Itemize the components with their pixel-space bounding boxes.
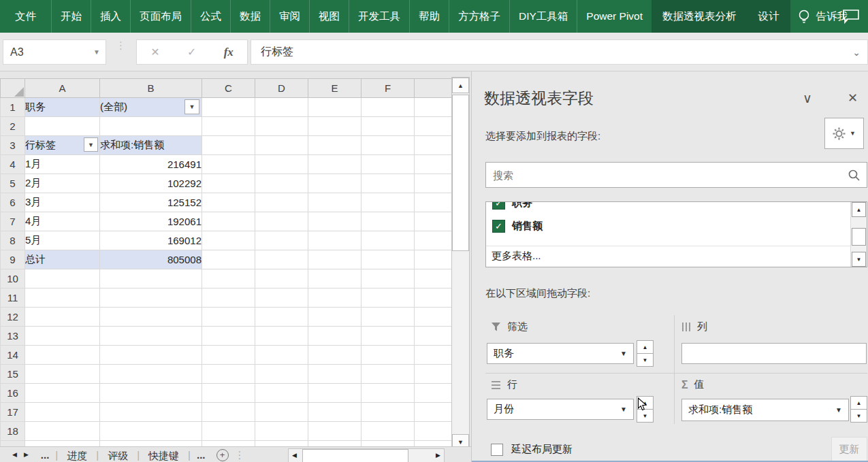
vertical-scrollbar-thumb[interactable] <box>452 95 469 251</box>
cell-empty[interactable] <box>361 193 415 212</box>
cell-empty[interactable] <box>202 422 255 441</box>
cell-empty[interactable] <box>361 422 415 441</box>
cell-A15[interactable] <box>25 365 100 384</box>
row-header-12[interactable]: 12 <box>1 308 25 327</box>
report-filter-dropdown-icon[interactable]: ▼ <box>184 99 199 114</box>
cell-A17[interactable] <box>25 403 100 422</box>
cell-empty[interactable] <box>202 231 255 250</box>
cell-empty[interactable] <box>308 346 361 365</box>
insert-function-icon[interactable]: fx <box>224 46 234 59</box>
cell-empty[interactable] <box>415 288 453 308</box>
cell-empty[interactable] <box>308 231 361 250</box>
ribbon-tab-3[interactable]: 公式 <box>191 0 230 33</box>
ribbon-tab-9[interactable]: 方方格子 <box>449 0 509 33</box>
filters-field-职务[interactable]: 职务 ▼ <box>487 343 634 364</box>
cell-empty[interactable] <box>415 136 453 155</box>
dropdown-icon[interactable]: ▼ <box>835 406 842 414</box>
row-header-8[interactable]: 8 <box>1 231 25 250</box>
row-header-17[interactable]: 17 <box>1 403 25 422</box>
ribbon-tab-2[interactable]: 页面布局 <box>130 0 191 33</box>
cell-empty[interactable] <box>255 288 308 308</box>
field-item-0[interactable]: ✓职务 <box>486 201 850 214</box>
cell-empty[interactable] <box>308 250 361 269</box>
hscroll-left-icon[interactable]: ◀ <box>292 452 297 459</box>
ribbon-tab-1[interactable]: 插入 <box>91 0 130 33</box>
cell-empty[interactable] <box>361 269 415 288</box>
cell-empty[interactable] <box>415 422 453 441</box>
cell-empty[interactable] <box>361 98 415 117</box>
cell-empty[interactable] <box>415 174 453 193</box>
cell-empty[interactable] <box>415 231 453 250</box>
name-box[interactable]: A3 ▼ <box>3 39 106 65</box>
cell-A6[interactable]: 3月 <box>25 193 100 212</box>
formula-bar-expand-icon[interactable]: ⌄ <box>852 47 861 58</box>
sheet-overflow-left[interactable]: ... <box>35 449 55 461</box>
cell-empty[interactable] <box>415 193 453 212</box>
column-header-D[interactable]: D <box>255 79 308 98</box>
cell-A10[interactable] <box>25 269 100 288</box>
cell-empty[interactable] <box>361 441 415 447</box>
cell-empty[interactable] <box>308 327 361 346</box>
sheet-tab-0[interactable]: 进度 <box>59 449 95 462</box>
cell-empty[interactable] <box>308 403 361 422</box>
cell-empty[interactable] <box>202 327 255 346</box>
cell-A19[interactable] <box>25 441 100 447</box>
cell-empty[interactable] <box>308 269 361 288</box>
cell-empty[interactable] <box>202 346 255 365</box>
cell-empty[interactable] <box>202 308 255 327</box>
field-scroll-up-icon[interactable]: ▲ <box>852 202 866 217</box>
ribbon-tab-0[interactable]: 开始 <box>51 0 91 33</box>
cell-empty[interactable] <box>415 327 453 346</box>
cell-empty[interactable] <box>202 155 255 174</box>
cell-empty[interactable] <box>361 174 415 193</box>
enter-icon[interactable]: ✓ <box>187 46 196 59</box>
cell-B7[interactable]: 192061 <box>100 212 202 231</box>
ribbon-contextual-tab-0[interactable]: 数据透视表分析 <box>652 0 748 33</box>
field-item-1[interactable]: ✓销售额 <box>486 214 850 237</box>
cell-empty[interactable] <box>308 136 361 155</box>
spin-down-icon[interactable]: ▼ <box>637 353 654 367</box>
field-scroll-down-icon[interactable]: ▼ <box>852 252 866 267</box>
ribbon-tab-11[interactable]: Power Pivot <box>577 0 652 33</box>
hscroll-right-icon[interactable]: ▶ <box>436 452 440 459</box>
cancel-icon[interactable]: ✕ <box>150 46 159 59</box>
cell-empty[interactable] <box>255 308 308 327</box>
cell-empty[interactable] <box>308 365 361 384</box>
column-header-A[interactable]: A <box>25 79 100 98</box>
formula-input[interactable]: 行标签 ⌄ <box>251 39 868 65</box>
cell-empty[interactable] <box>361 327 415 346</box>
cell-empty[interactable] <box>255 327 308 346</box>
vertical-scrollbar[interactable]: ▲ ▼ <box>451 77 470 446</box>
cell-empty[interactable] <box>361 212 415 231</box>
cell-A13[interactable] <box>25 327 100 346</box>
cell-B17[interactable] <box>100 403 202 422</box>
cell-empty[interactable] <box>202 250 255 269</box>
values-field-求和项销售额[interactable]: 求和项:销售额 ▼ <box>681 399 849 421</box>
cell-empty[interactable] <box>202 269 255 288</box>
cell-empty[interactable] <box>415 403 453 422</box>
row-header-18[interactable]: 18 <box>1 422 25 441</box>
cell-empty[interactable] <box>361 365 415 384</box>
horizontal-scrollbar[interactable]: ◀ ▶ <box>288 448 445 462</box>
row-header-5[interactable]: 5 <box>1 174 25 193</box>
ribbon-tab-6[interactable]: 视图 <box>309 0 349 33</box>
cell-empty[interactable] <box>415 98 453 117</box>
cell-empty[interactable] <box>415 117 453 136</box>
sheet-nav-right-icon[interactable]: ▶ <box>24 451 29 458</box>
pane-close-icon[interactable]: ✕ <box>848 90 858 105</box>
cell-empty[interactable] <box>308 155 361 174</box>
cell-empty[interactable] <box>308 384 361 403</box>
row-header-16[interactable]: 16 <box>1 384 25 403</box>
field-list-scrollbar-thumb[interactable] <box>852 228 866 246</box>
columns-drop-zone[interactable] <box>681 343 867 364</box>
cell-A9[interactable]: 总计 <box>25 250 100 269</box>
pane-options-chevron-icon[interactable]: ∨ <box>803 90 812 106</box>
name-box-dropdown-icon[interactable]: ▼ <box>93 48 100 56</box>
cell-empty[interactable] <box>202 365 255 384</box>
cell-A3[interactable]: 行标签▼ <box>25 136 100 155</box>
cell-B8[interactable]: 169012 <box>100 231 202 250</box>
cell-empty[interactable] <box>202 136 255 155</box>
cell-empty[interactable] <box>255 155 308 174</box>
cell-B6[interactable]: 125152 <box>100 193 202 212</box>
cell-empty[interactable] <box>308 288 361 308</box>
